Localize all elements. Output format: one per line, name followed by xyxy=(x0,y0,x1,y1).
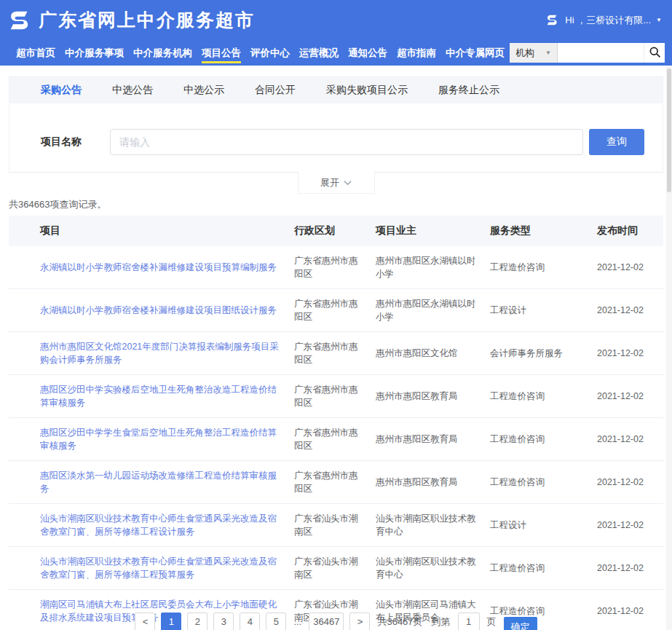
tab-service-termination-publicity[interactable]: 服务终止公示 xyxy=(438,84,499,97)
table-row: 永湖镇以时小学教师宿舍楼补漏维修建设项目预算编制服务 广东省惠州市惠阳区 惠州市… xyxy=(9,246,663,289)
site-logo-icon xyxy=(6,7,33,34)
table-row: 惠阳区沙田中学实验楼后空地卫生死角整治改造工程造价结算审核服务 广东省惠州市惠阳… xyxy=(9,375,663,418)
column-header-owner: 项目业主 xyxy=(376,216,490,246)
cell-service-type: 工程造价咨询 xyxy=(490,246,597,289)
project-name-label: 项目名称 xyxy=(41,135,110,149)
cell-publish-date: 2021-12-02 xyxy=(597,461,663,504)
cell-region: 广东省汕头市潮南区 xyxy=(294,504,376,547)
app-header: 广东省网上中介服务超市 Hi ，三桥设计有限... ▼ 超市首页 中介服务事项 … xyxy=(0,0,672,66)
page-button-5[interactable]: 5 xyxy=(266,613,286,630)
table-row: 汕头市潮南区职业技术教育中心师生食堂通风采光改造及宿舍教室门窗、厕所等修缮工程预… xyxy=(9,547,663,590)
project-link[interactable]: 永湖镇以时小学教师宿舍楼补漏维修建设项目预算编制服务 xyxy=(40,262,277,272)
nav-item-service-items[interactable]: 中介服务事项 xyxy=(65,40,124,66)
project-link[interactable]: 汕头市潮南区职业技术教育中心师生食堂通风采光改造及宿舍教室门窗、厕所等修缮工程设… xyxy=(40,513,277,537)
filter-area: 项目名称 查询 展开 xyxy=(9,103,663,173)
tab-winning-announcement[interactable]: 中选公告 xyxy=(112,84,153,97)
project-link[interactable]: 惠阳区沙田中学学生食堂后空地卫生死角整治工程造价结算审核服务 xyxy=(40,428,277,451)
cell-publish-date: 2021-12-02 xyxy=(597,504,663,547)
user-menu[interactable]: Hi ，三桥设计有限... ▼ xyxy=(545,12,662,28)
cell-service-type: 工程造价咨询 xyxy=(490,547,597,590)
cell-region: 广东省惠州市惠阳区 xyxy=(294,289,376,332)
cell-region: 广东省惠州市惠阳区 xyxy=(294,246,376,289)
nav-item-service-agencies[interactable]: 中介服务机构 xyxy=(133,40,192,66)
nav-item-agency-pages[interactable]: 中介专属网页 xyxy=(446,40,505,66)
nav-item-evaluation-center[interactable]: 评价中心 xyxy=(250,40,290,66)
cell-owner: 惠州市惠阳区教育局 xyxy=(376,418,490,461)
project-link[interactable]: 惠州市惠阳区文化馆2021年度部门决算报表编制服务项目采购会计师事务所服务 xyxy=(40,342,279,365)
total-pages-text: 共36467页 xyxy=(377,613,422,630)
nav-item-operations-overview[interactable]: 运营概况 xyxy=(299,40,339,66)
tab-failed-procurement-publicity[interactable]: 采购失败项目公示 xyxy=(326,84,408,97)
scrollbar-thumb[interactable] xyxy=(667,68,671,192)
cell-region: 广东省惠州市惠阳区 xyxy=(294,418,376,461)
column-header-region: 行政区划 xyxy=(294,216,376,246)
cell-region: 广东省惠州市惠阳区 xyxy=(294,332,376,375)
cell-publish-date: 2021-12-02 xyxy=(597,375,663,418)
page-button-last[interactable]: 36467 xyxy=(309,613,344,630)
tab-procurement-announcement[interactable]: 采购公告 xyxy=(41,84,82,97)
column-header-project: 项目 xyxy=(9,216,294,246)
table-row: 惠阳区沙田中学学生食堂后空地卫生死角整治工程造价结算审核服务 广东省惠州市惠阳区… xyxy=(9,418,663,461)
cell-owner: 惠州市惠阳区文化馆 xyxy=(376,332,490,375)
table-header-row: 项目 行政区划 项目业主 服务类型 发布时间 xyxy=(9,216,663,246)
nav-item-market-guide[interactable]: 超市指南 xyxy=(397,40,436,66)
cell-region: 广东省惠州市惠阳区 xyxy=(294,461,376,504)
caret-down-icon: ▼ xyxy=(545,50,551,56)
cell-region: 广东省汕头市潮南区 xyxy=(294,547,376,590)
nav-item-project-announcements[interactable]: 项目公告 xyxy=(202,40,241,66)
project-link[interactable]: 汕头市潮南区职业技术教育中心师生食堂通风采光改造及宿舍教室门窗、厕所等修缮工程预… xyxy=(40,556,277,580)
expand-label: 展开 xyxy=(320,176,339,189)
page-button-2[interactable]: 2 xyxy=(187,613,207,630)
tab-contract-disclosure[interactable]: 合同公开 xyxy=(255,84,296,97)
tab-winning-publicity[interactable]: 中选公示 xyxy=(183,84,224,97)
header-search-input[interactable] xyxy=(558,43,644,63)
cell-owner: 惠州市惠阳区教育局 xyxy=(376,375,490,418)
header-search-button[interactable] xyxy=(644,43,665,63)
prev-page-button[interactable]: < xyxy=(135,613,155,630)
table-row: 惠州市惠阳区文化馆2021年度部门决算报表编制服务项目采购会计师事务所服务 广东… xyxy=(9,332,663,375)
cell-publish-date: 2021-12-02 xyxy=(597,246,663,289)
column-header-service-type: 服务类型 xyxy=(490,216,597,246)
page-ellipsis: ... xyxy=(292,613,303,630)
cell-owner: 惠州市惠阳区教育局 xyxy=(376,461,490,504)
results-summary: 共364663项查询记录。 xyxy=(9,198,106,211)
goto-suffix-label: 页 xyxy=(487,613,497,630)
project-link[interactable]: 惠阳区沙田中学实验楼后空地卫生死角整治改造工程造价结算审核服务 xyxy=(40,385,277,408)
scrollbar[interactable] xyxy=(666,66,672,630)
pagination: < 1 2 3 4 5 ... 36467 > 共36467页 到第 页 确定 xyxy=(0,613,672,630)
page-button-3[interactable]: 3 xyxy=(213,613,234,630)
table-row: 惠阳区淡水第一幼儿园运动场改造修缮工程造价结算审核服务 广东省惠州市惠阳区 惠州… xyxy=(9,461,663,504)
cell-owner: 汕头市潮南区职业技术教育中心 xyxy=(376,504,490,547)
cell-region: 广东省惠州市惠阳区 xyxy=(294,375,376,418)
goto-page-input[interactable] xyxy=(458,613,480,630)
table-row: 永湖镇以时小学教师宿舍楼补漏维修建设项目图纸设计服务 广东省惠州市惠阳区 惠州市… xyxy=(9,289,663,332)
expand-toggle[interactable]: 展开 xyxy=(298,172,375,194)
cell-publish-date: 2021-12-02 xyxy=(597,332,663,375)
cell-owner: 惠州市惠阳区永湖镇以时小学 xyxy=(376,289,490,332)
search-category-select[interactable]: 机构 ▼ xyxy=(510,43,558,63)
cell-service-type: 工程设计 xyxy=(490,289,597,332)
main-nav: 超市首页 中介服务事项 中介服务机构 项目公告 评价中心 运营概况 通知公告 超… xyxy=(16,40,505,66)
results-table: 项目 行政区划 项目业主 服务类型 发布时间 永湖镇以时小学教师宿舍楼补漏维修建… xyxy=(9,216,663,630)
cell-service-type: 工程造价咨询 xyxy=(490,461,597,504)
chevron-down-icon xyxy=(344,177,352,188)
column-header-publish-date: 发布时间 xyxy=(597,216,663,246)
project-link[interactable]: 永湖镇以时小学教师宿舍楼补漏维修建设项目图纸设计服务 xyxy=(40,305,277,315)
project-name-input[interactable] xyxy=(110,129,583,155)
nav-item-home[interactable]: 超市首页 xyxy=(16,40,55,66)
nav-item-notices[interactable]: 通知公告 xyxy=(348,40,387,66)
announcement-tabs: 采购公告 中选公告 中选公示 合同公开 采购失败项目公示 服务终止公示 xyxy=(9,77,663,103)
user-logo-icon xyxy=(545,12,560,28)
project-link[interactable]: 惠阳区淡水第一幼儿园运动场改造修缮工程造价结算审核服务 xyxy=(40,470,277,494)
cell-service-type: 工程造价咨询 xyxy=(490,418,597,461)
cell-service-type: 工程设计 xyxy=(490,504,597,547)
query-button[interactable]: 查询 xyxy=(589,129,644,155)
table-row: 汕头市潮南区职业技术教育中心师生食堂通风采光改造及宿舍教室门窗、厕所等修缮工程设… xyxy=(9,504,663,547)
header-search: 机构 ▼ xyxy=(510,43,665,63)
page-button-4[interactable]: 4 xyxy=(240,613,260,630)
cell-publish-date: 2021-12-02 xyxy=(597,418,663,461)
confirm-button[interactable]: 确定 xyxy=(504,617,537,630)
page-button-1[interactable]: 1 xyxy=(161,613,181,630)
next-page-button[interactable]: > xyxy=(349,613,370,630)
cell-publish-date: 2021-12-02 xyxy=(597,547,663,590)
